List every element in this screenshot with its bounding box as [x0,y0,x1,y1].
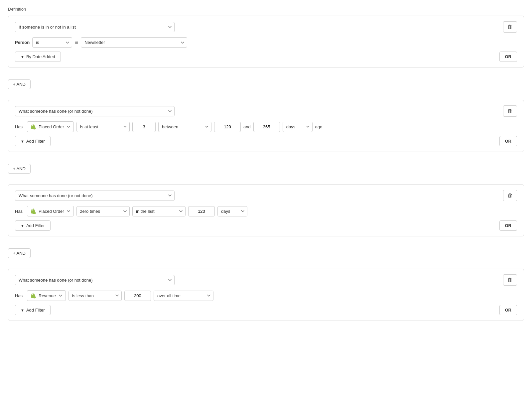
and-button-3[interactable]: + AND [8,248,31,258]
block3-days-dropdown[interactable]: days [217,206,247,216]
block3-shopify-icon [30,208,37,214]
and-connector-1: + AND [8,79,524,89]
block1-in-label: in [75,40,78,45]
filter-icon: ▼ [21,55,24,59]
block2-to-input[interactable]: 365 [253,122,280,132]
and-connector-3: + AND [8,248,524,258]
block2-from-input[interactable]: 120 [214,122,241,132]
block2-event-dropdown[interactable]: Placed Order [39,124,71,129]
and-connector-2: + AND [8,164,524,174]
block2-and-text: and [243,124,251,129]
block1-delete-button[interactable]: 🗑 [503,21,517,33]
block4-shopify-icon [30,292,37,299]
block4-event-dropdown[interactable]: Revenue [39,293,63,298]
block2-shopify-icon [30,123,37,130]
block3-or-button[interactable]: OR [499,220,517,231]
condition-block-4: What someone has done (or not done) 🗑 Ha… [8,269,524,321]
block4-add-filter-label: Add Filter [26,308,45,313]
block3-add-filter-label: Add Filter [26,223,45,228]
block4-event-wrapper: Revenue [27,290,66,301]
block4-delete-button[interactable]: 🗑 [503,274,517,286]
block1-by-date-button[interactable]: ▼ By Date Added [15,52,61,62]
block4-filter-icon: ▼ [21,308,24,312]
block2-condition-dropdown[interactable]: is at least [76,122,130,132]
block2-or-button[interactable]: OR [499,136,517,146]
block3-event-dropdown[interactable]: Placed Order [39,209,71,214]
block2-days-dropdown[interactable]: days [283,122,313,132]
block3-event-wrapper: Placed Order [27,206,74,216]
block2-filter-icon: ▼ [21,139,24,143]
and-button-2[interactable]: + AND [8,164,31,174]
definition-label: Definition [8,7,524,12]
block4-condition-dropdown[interactable]: is less than [68,291,122,301]
and-button-1[interactable]: + AND [8,79,31,89]
block2-event-wrapper: Placed Order [27,121,74,132]
block3-has-label: Has [15,209,24,214]
condition-block-3: What someone has done (or not done) 🗑 Ha… [8,184,524,236]
block3-condition-dropdown[interactable]: zero times [76,206,130,216]
block3-filter-icon: ▼ [21,224,24,228]
condition-block-2: What someone has done (or not done) 🗑 Ha… [8,100,524,152]
block1-or-button[interactable]: OR [499,52,517,62]
block1-list-dropdown[interactable]: Newsletter [81,37,187,48]
block4-count-input[interactable]: 300 [124,291,151,301]
block2-main-dropdown[interactable]: What someone has done (or not done) [15,106,175,116]
block4-add-filter-button[interactable]: ▼ Add Filter [15,305,51,315]
block1-person-label: Person [15,40,30,45]
block4-time-type-dropdown[interactable]: over all time [154,291,213,301]
condition-block-1: If someone is in or not in a list 🗑 Pers… [8,16,524,67]
block1-main-dropdown[interactable]: If someone is in or not in a list [15,22,175,32]
block2-time-type-dropdown[interactable]: between [158,122,211,132]
block4-or-button[interactable]: OR [499,305,517,315]
block2-ago-text: ago [315,124,323,129]
block2-count-input[interactable]: 3 [132,122,156,132]
block3-main-dropdown[interactable]: What someone has done (or not done) [15,191,175,201]
block1-relation-dropdown[interactable]: is [32,37,72,48]
block3-delete-button[interactable]: 🗑 [503,190,517,201]
block2-add-filter-label: Add Filter [26,139,45,144]
block3-add-filter-button[interactable]: ▼ Add Filter [15,220,51,231]
block4-main-dropdown[interactable]: What someone has done (or not done) [15,275,175,285]
block3-count-input[interactable]: 120 [188,206,215,216]
block2-delete-button[interactable]: 🗑 [503,105,517,117]
block2-add-filter-button[interactable]: ▼ Add Filter [15,136,51,146]
block2-has-label: Has [15,124,24,129]
block1-by-date-label: By Date Added [26,54,55,59]
block4-has-label: Has [15,293,24,298]
block3-time-type-dropdown[interactable]: in the last [132,206,186,216]
